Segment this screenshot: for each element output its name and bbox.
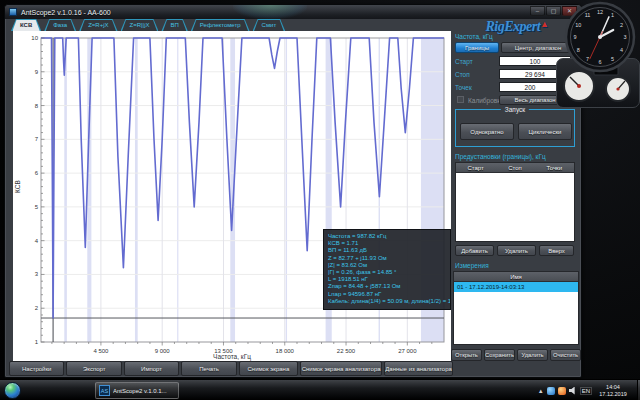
measurements-button-3[interactable]: Очистить (550, 349, 581, 361)
svg-text:9: 9 (573, 34, 576, 40)
logo-accent: ▲ (540, 19, 548, 29)
tab-label: Z=R+jX (88, 22, 108, 28)
start-button[interactable] (4, 382, 21, 399)
tab-z=r||jx[interactable]: Z=R||jX (121, 19, 159, 31)
hidden-icons-chevron[interactable]: ▲ (538, 388, 544, 394)
maximize-button[interactable]: ▢ (546, 6, 561, 16)
title-bar[interactable]: AntScope2 v.1.0.16 - AA-600 – ▢ ✕ (5, 5, 581, 19)
svg-text:5: 5 (35, 204, 39, 210)
app-window-icon (9, 8, 17, 16)
svg-text:9: 9 (35, 69, 39, 75)
stop-field-label: Стоп (455, 71, 499, 78)
toolbar-button-3[interactable]: Печать (181, 361, 236, 376)
tooltip-line: Частота = 987.82 кГц (328, 233, 446, 240)
measurement-row[interactable]: 01 - 17.12.2019-14:03:13 (454, 282, 578, 292)
taskbar-app-button[interactable]: AS AntScope2 v.1.0.1... (95, 382, 179, 399)
run-groupbox: Запуск Однократно Циклически (455, 109, 575, 147)
presets-table[interactable]: Старт Стоп Точки (455, 162, 575, 242)
tooltip-line: Z = 82.77 + j11.93 Ом (328, 255, 446, 262)
tooltip-line: Lпар = 94596.87 нГ (328, 291, 446, 298)
svg-text:3: 3 (623, 34, 626, 40)
x-axis-label: Частота, кГц (13, 353, 451, 360)
taskbar-clock[interactable]: 14:04 17.12.2019 (595, 384, 631, 398)
tab-label: Рефлектометр (200, 22, 241, 28)
tab-рефлектометр[interactable]: Рефлектометр (191, 19, 250, 31)
run-single-button[interactable]: Однократно (460, 123, 514, 140)
glass-highlight (233, 5, 307, 19)
svg-text:3: 3 (35, 271, 39, 277)
tooltip-line: Zпар = 84.48 + j587.13 Ом (328, 283, 446, 290)
svg-text:8: 8 (35, 103, 39, 109)
minimize-button[interactable]: – (530, 6, 545, 16)
presets-col-start: Старт (456, 163, 495, 172)
tooltip-line: L = 1918.51 нГ (328, 276, 446, 283)
clock-gadget: 123456789101112 (562, 0, 638, 80)
tab-z=r+jx[interactable]: Z=R+jX (79, 19, 117, 31)
presets-button-1[interactable]: Удалить (497, 245, 536, 256)
calibration-checkbox (457, 96, 464, 103)
swr-chart-panel: 123456789104 5009 00013 50018 00022 5002… (13, 31, 451, 361)
tooltip-line: |Г| = 0.26, фаза = 14.85 ° (328, 269, 446, 276)
language-indicator[interactable]: EN (580, 387, 592, 395)
presets-button-0[interactable]: Добавить (455, 245, 494, 256)
svg-text:7: 7 (586, 56, 589, 62)
volume-icon[interactable] (569, 387, 577, 395)
tab-label: Z=R||jX (130, 22, 150, 28)
tooltip-line: КСВ = 1.71 (328, 240, 446, 247)
points-input[interactable] (499, 82, 561, 92)
tab-фаза[interactable]: Фаза (44, 19, 76, 31)
measurements-button-2[interactable]: Удалить (517, 349, 548, 361)
antscope-taskbar-icon: AS (99, 385, 110, 396)
run-group-title: Запуск (501, 106, 529, 113)
measurements-button-1[interactable]: Сохранить (484, 349, 515, 361)
tab-ксв[interactable]: КСВ (11, 19, 41, 31)
tab-label: КСВ (20, 22, 32, 28)
app-window: AntScope2 v.1.0.16 - AA-600 – ▢ ✕ КСВФаз… (4, 4, 582, 378)
toolbar-button-5[interactable]: Снимок экрана анализатора (300, 361, 382, 376)
svg-text:11: 11 (585, 12, 591, 18)
taskbar-time: 14:04 (595, 384, 631, 391)
tab-label: Смит (262, 22, 277, 28)
toolbar-button-6[interactable]: Данные из анализатора (384, 361, 453, 376)
window-title: AntScope2 v.1.0.16 - AA-600 (21, 9, 111, 16)
y-axis-ticks: 12345678910 (31, 35, 44, 345)
tooltip-line: |Z| = 83.62 Ом (328, 262, 446, 269)
tab-смит[interactable]: Смит (253, 19, 286, 31)
presets-button-2[interactable]: Вверх (539, 245, 574, 256)
tab-label: ВП (170, 22, 178, 28)
tooltip-line: ВП = 11.63 дБ (328, 247, 446, 254)
run-cyclic-button[interactable]: Циклически (518, 123, 572, 140)
toolbar-button-1[interactable]: Экспорт (66, 361, 121, 376)
firefox-icon[interactable] (558, 387, 566, 395)
toolbar-button-2[interactable]: Импорт (124, 361, 179, 376)
cursor-tooltip: Частота = 987.82 кГцКСВ = 1.71ВП = 11.63… (323, 229, 451, 310)
measurements-table[interactable]: Имя 01 - 17.12.2019-14:03:13 (453, 271, 579, 345)
presets-section-label: Предустановки (границы), кГц (455, 153, 546, 160)
points-field-label: Точек (455, 84, 499, 91)
start-field-label: Старт (455, 58, 499, 65)
toolbar-button-4[interactable]: Снимок экрана (239, 361, 298, 376)
svg-text:6: 6 (598, 59, 601, 65)
svg-text:2: 2 (35, 305, 39, 311)
tab-вп[interactable]: ВП (161, 19, 187, 31)
taskbar-date: 17.12.2019 (595, 391, 631, 398)
tab-bar: КСВФазаZ=R+jXZ=R||jXВПРефлектометрСмит (11, 19, 285, 31)
bottom-toolbar: НастройкиЭкспортИмпортПечатьСнимок экран… (9, 361, 453, 376)
swr-chart[interactable]: 123456789104 5009 00013 50018 00022 5002… (13, 31, 451, 361)
network-icon[interactable] (547, 387, 555, 395)
svg-text:4: 4 (35, 238, 39, 244)
svg-text:5: 5 (611, 56, 614, 62)
toolbar-button-0[interactable]: Настройки (9, 361, 64, 376)
svg-text:12: 12 (597, 9, 603, 15)
tab-label: Фаза (53, 22, 67, 28)
measurements-button-0[interactable]: Открыть (451, 349, 482, 361)
svg-text:2: 2 (620, 22, 623, 28)
taskbar-app-label: AntScope2 v.1.0.1... (113, 388, 167, 394)
calibration-label: Калибровка (468, 97, 499, 104)
y-axis-label: КСВ (14, 171, 21, 203)
frequency-section-label: Частота, кГц (455, 33, 493, 40)
svg-text:1: 1 (611, 12, 614, 18)
svg-text:10: 10 (575, 22, 581, 28)
mode-bounds-button[interactable]: Границы (455, 42, 499, 53)
svg-text:1: 1 (35, 339, 39, 345)
